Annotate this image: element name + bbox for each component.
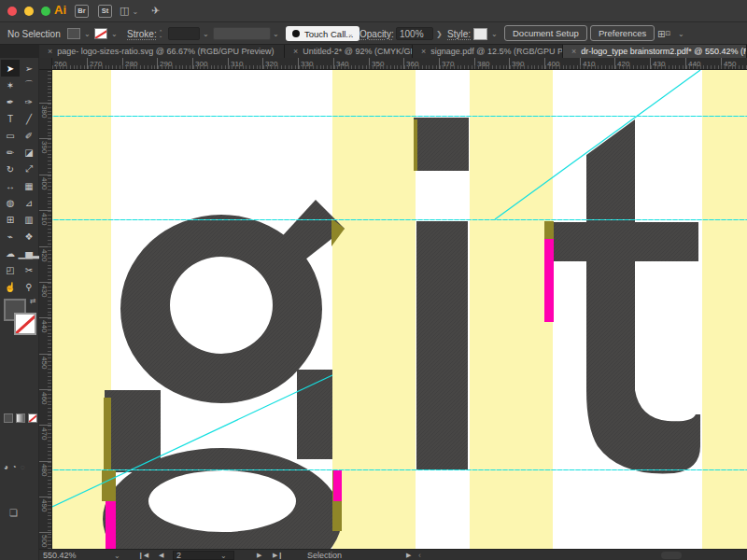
status-bar: 550.42% ⌄ ❙◀ ◀ 2 ⌄ ▶ ▶❙ Selection ▶ ‹ xyxy=(39,549,747,560)
share-icon[interactable]: ✈ xyxy=(151,5,160,17)
tool-scale-tool[interactable]: ⤢ xyxy=(20,161,38,177)
draw-normal-icon[interactable]: ◕ xyxy=(4,463,8,471)
scrollbar-thumb[interactable] xyxy=(661,552,682,559)
tool-column-graph-tool[interactable]: ▁▅▂ xyxy=(20,245,38,261)
tool-pen-tool[interactable]: ✒ xyxy=(1,93,20,110)
tool-curvature-tool[interactable]: ✑ xyxy=(20,93,38,110)
opacity-field[interactable]: 100% xyxy=(396,27,433,40)
tool-eraser-tool[interactable]: ◪ xyxy=(20,144,38,161)
tab-logo-sizes-ratio[interactable]: × page- logo-sizes-ratio.svg @ 66.67% (R… xyxy=(39,45,285,58)
tool-slice-tool[interactable]: ✂ xyxy=(20,261,38,278)
minimize-window-button[interactable] xyxy=(24,7,34,16)
stroke-weight-stepper[interactable]: ⌃⌄ xyxy=(159,22,162,45)
close-tab-icon[interactable]: × xyxy=(48,47,52,56)
stroke-weight-field[interactable] xyxy=(168,27,200,40)
scroll-left-icon[interactable]: ‹ xyxy=(418,550,421,560)
tool-free-transform-tool[interactable]: ▦ xyxy=(20,177,38,194)
stroke-weight-label[interactable]: Stroke: xyxy=(127,22,157,45)
letter-i-shape[interactable] xyxy=(414,118,469,469)
preferences-button[interactable]: Preferences xyxy=(590,25,655,41)
opacity-label[interactable]: Opacity: xyxy=(359,22,394,45)
next-artboard-icon[interactable]: ▶ xyxy=(257,550,261,560)
tool-pencil-tool[interactable]: ✏ xyxy=(1,144,20,161)
zoom-chevron-icon[interactable]: ⌄ xyxy=(114,550,120,560)
tool-hand-tool[interactable]: ☝ xyxy=(1,278,20,295)
gradient-button[interactable] xyxy=(16,413,25,423)
tool-paintbrush-tool[interactable]: ✐ xyxy=(20,127,38,144)
control-bar: No Selection ⌄ ⌄ Stroke: ⌃⌄ ⌄ ⌄ Touch Ca… xyxy=(0,22,747,45)
tool-shape-builder-tool[interactable]: ◍ xyxy=(1,194,20,211)
bridge-button[interactable]: Br xyxy=(75,5,89,18)
last-artboard-icon[interactable]: ▶❙ xyxy=(273,550,283,560)
close-tab-icon[interactable]: × xyxy=(293,47,298,56)
arrange-documents-icon[interactable]: ◫ ⌄ xyxy=(120,5,138,17)
tab-untitled-2[interactable]: × Untitled-2* @ 92% (CMYK/GPU Preview) xyxy=(285,45,413,58)
tool-rectangle-tool[interactable]: ▭ xyxy=(1,127,20,144)
tab-dr-logo-type-brainstorm2[interactable]: × dr-logo_type brainstorm2.pdf* @ 550.42… xyxy=(563,45,747,58)
fullscreen-window-button[interactable] xyxy=(41,7,50,16)
stroke-weight-chevron-icon[interactable]: ⌄ xyxy=(203,22,209,45)
swap-fill-stroke-icon[interactable]: ⇄ xyxy=(30,297,36,305)
titlebar: Ai Br St ◫ ⌄ ✈ xyxy=(0,0,747,22)
tool-zoom-tool[interactable]: ⚲ xyxy=(20,278,38,295)
horizontal-ruler[interactable]: 2602702802903003103203303403503603703803… xyxy=(52,58,747,70)
fill-swatch[interactable] xyxy=(67,22,80,45)
style-label[interactable]: Style: xyxy=(447,22,471,45)
tool-rotate-tool[interactable]: ↻ xyxy=(1,161,20,177)
tool-type-tool[interactable]: T xyxy=(1,110,20,127)
vertical-ruler[interactable]: 380390400410420430440450460470480490500 xyxy=(39,70,52,549)
tool-eyedropper-tool[interactable]: ⌁ xyxy=(1,228,20,245)
touch-bar-chevron-icon[interactable]: ⌄ xyxy=(347,22,354,45)
tool-perspective-grid-tool[interactable]: ⊿ xyxy=(20,194,38,211)
letter-g-shape[interactable] xyxy=(103,200,345,549)
artboard-chevron-icon[interactable]: ⌄ xyxy=(220,552,227,560)
stroke-swatch[interactable] xyxy=(94,22,107,45)
artwork xyxy=(52,70,747,549)
tool-magic-wand-tool[interactable]: ✶ xyxy=(1,77,20,93)
tool-artboard-tool[interactable]: ◰ xyxy=(1,261,20,278)
tool-blend-tool[interactable]: ❖ xyxy=(20,228,38,245)
close-tab-icon[interactable]: × xyxy=(421,47,426,56)
close-window-button[interactable] xyxy=(7,7,17,16)
stroke-color-box[interactable] xyxy=(14,313,36,335)
tool-direct-selection-tool[interactable]: ➢ xyxy=(20,60,38,77)
tools-panel: ➤➢✶⌒✒✑T╱▭✐✏◪↻⤢↔▦◍⊿⊞▥⌁❖☁▁▅▂◰✂☝⚲ ⇄ ◕ ◔ ◌ ❏ xyxy=(0,58,39,560)
document-tab-bar: × page- logo-sizes-ratio.svg @ 66.67% (R… xyxy=(0,45,747,58)
none-button[interactable] xyxy=(28,413,37,423)
ruler-corner[interactable] xyxy=(39,58,52,70)
tool-gradient-tool[interactable]: ▥ xyxy=(20,211,38,228)
stock-button[interactable]: St xyxy=(98,5,112,18)
stroke-chevron-icon[interactable]: ⌄ xyxy=(111,22,118,45)
opacity-arrow-icon[interactable]: ❯ xyxy=(436,22,443,45)
draw-behind-icon[interactable]: ◔ xyxy=(12,463,17,471)
tab-signage-pdf[interactable]: × signage.pdf @ 12.5% (RGB/GPU Preview) xyxy=(413,45,563,58)
color-mode-row xyxy=(4,413,37,423)
illustrator-logo: Ai xyxy=(54,3,66,17)
screen-mode-icon[interactable]: ❏ xyxy=(9,508,18,518)
draw-inside-icon[interactable]: ◌ xyxy=(21,463,25,471)
tool-selection-tool[interactable]: ➤ xyxy=(1,60,20,77)
document-setup-button[interactable]: Document Setup xyxy=(504,25,587,41)
brush-definition-dropdown[interactable] xyxy=(213,27,271,40)
tool-lasso-tool[interactable]: ⌒ xyxy=(20,77,38,93)
letter-t-shape[interactable] xyxy=(553,119,700,473)
i-stem xyxy=(416,221,468,469)
style-swatch[interactable] xyxy=(473,22,487,45)
tool-line-segment-tool[interactable]: ╱ xyxy=(20,110,38,127)
tool-symbol-sprayer-tool[interactable]: ☁ xyxy=(1,245,20,261)
zoom-level-field[interactable]: 550.42% xyxy=(43,550,77,560)
prev-artboard-icon[interactable]: ◀ xyxy=(159,550,163,560)
color-button[interactable] xyxy=(4,413,13,423)
tool-mesh-tool[interactable]: ⊞ xyxy=(1,211,20,228)
first-artboard-icon[interactable]: ❙◀ xyxy=(138,550,148,560)
artboard-canvas[interactable] xyxy=(52,70,747,549)
fill-chevron-icon[interactable]: ⌄ xyxy=(84,22,91,45)
status-expand-icon[interactable]: ▶ xyxy=(406,550,411,560)
close-tab-icon[interactable]: × xyxy=(571,47,576,56)
artboard-number-field[interactable]: 2 ⌄ xyxy=(173,551,234,560)
align-chevron-icon[interactable]: ⌄ xyxy=(678,22,684,45)
align-options-icon[interactable]: ⊞⊡ xyxy=(657,22,670,45)
brush-chevron-icon[interactable]: ⌄ xyxy=(273,22,279,45)
tool-width-tool[interactable]: ↔ xyxy=(1,177,20,194)
style-chevron-icon[interactable]: ⌄ xyxy=(491,22,498,45)
